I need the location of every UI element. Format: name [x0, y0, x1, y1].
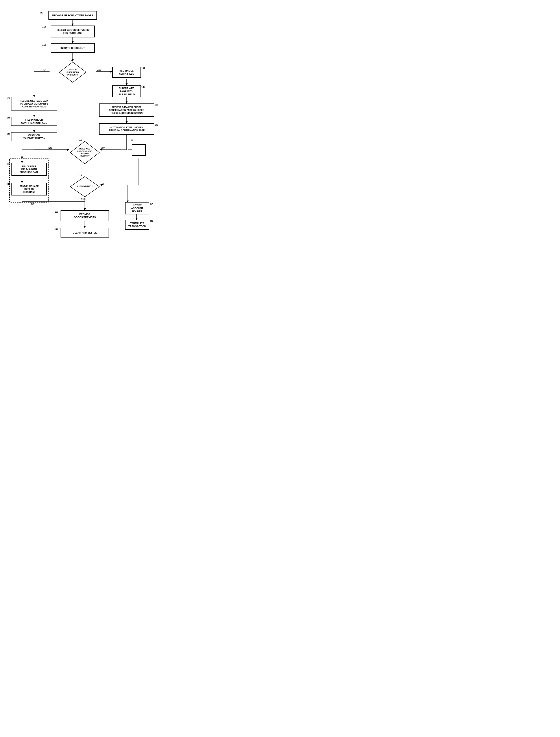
- hidden-fields-text: DOES WEB PAGE INCLUDE HIDDEN FIELD(S)?: [75, 148, 95, 157]
- click-submit-node: CLICK ON "SUBMIT" BUTTON: [11, 132, 57, 141]
- label-102: 102: [7, 97, 10, 100]
- label-110: 110: [7, 183, 10, 186]
- receive-data-hidden-node: RECEIVE DATA FOR ORDER CONFIRMATION PAGE…: [99, 104, 154, 117]
- notify-node: NOTIFY ACCOUNT HOLDER: [125, 202, 149, 215]
- label-124: 124: [150, 203, 153, 205]
- select-node: SELECT GOODS/SERVICES FOR PURCHASE: [51, 26, 95, 37]
- label-126: 126: [150, 220, 153, 223]
- initiate-node: INITIATE CHECKOUT: [51, 43, 95, 53]
- authorized-diamond: AUTHORIZED?: [69, 176, 100, 198]
- no-label-2: NO: [48, 147, 52, 150]
- label-120: 120: [55, 211, 58, 213]
- single-click-diamond: SINGLE- CLICK FIELD PRESENT?: [58, 61, 87, 83]
- label-134: 134: [141, 67, 145, 70]
- flowchart-diagram: BROWSE MERCHANT WEB PAGES 132 SELECT GOO…: [4, 4, 163, 335]
- hidden-fields-diamond: DOES WEB PAGE INCLUDE HIDDEN FIELD(S)?: [69, 141, 100, 165]
- label-106: 106: [129, 139, 133, 142]
- clear-settle-node: CLEAR AND SETTLE: [61, 228, 109, 238]
- single-click-text: SINGLE- CLICK FIELD PRESENT?: [63, 68, 83, 76]
- send-purchase-node: SEND PURCHASE DATA TO MERCHANT: [11, 183, 47, 196]
- label-136: 136: [141, 86, 145, 88]
- receive-web-node: RECEIVE WEB PAGE DATA TO DISPLAY MERCHAN…: [11, 97, 57, 111]
- label-122: 122: [55, 228, 58, 231]
- label-132: 132: [40, 11, 43, 14]
- label-108: 108: [7, 163, 10, 165]
- label-116: 116: [42, 44, 46, 46]
- label-130: 130: [7, 117, 10, 120]
- yes-label-2: YES: [101, 147, 105, 150]
- fill-single-node: FILL SINGLE- CLICK FIELD: [112, 67, 141, 78]
- yes-label-3: YES: [81, 198, 85, 200]
- submit-web-node: SUBMIT WEB PAGE WITH FILLED FIELD: [112, 85, 141, 97]
- no-label-1: NO: [43, 69, 46, 72]
- browse-node: BROWSE MERCHANT WEB PAGES: [48, 11, 97, 20]
- yes-label-1: YES: [97, 69, 101, 72]
- provide-node: PROVIDE GOODS/SERVICES: [61, 210, 109, 221]
- fill-visible-node: FILL VISIBLE FIELD(S) WITH PURCHASE DATA: [11, 163, 47, 176]
- terminate-node: TERMINATE TRANSACTION: [125, 220, 149, 230]
- label-118: 118: [78, 174, 82, 177]
- label-138: 138: [155, 104, 158, 106]
- fill-order-node: FILL IN ORDER CONFIRMATION PAGE: [11, 117, 57, 126]
- label-133: 133: [7, 133, 10, 135]
- auto-fill-node: AUTOMATICALLY FILL HIDDEN FIELDS ON CONF…: [99, 123, 154, 135]
- box-106-node: [132, 144, 146, 156]
- label-114: 114: [42, 26, 46, 28]
- label-112: 110: [31, 203, 35, 205]
- authorized-text: AUTHORIZED?: [75, 185, 95, 188]
- label-128: 128: [69, 60, 73, 63]
- label-140: 140: [155, 124, 158, 126]
- label-104: 104: [78, 139, 82, 142]
- no-label-3: NO: [101, 183, 104, 186]
